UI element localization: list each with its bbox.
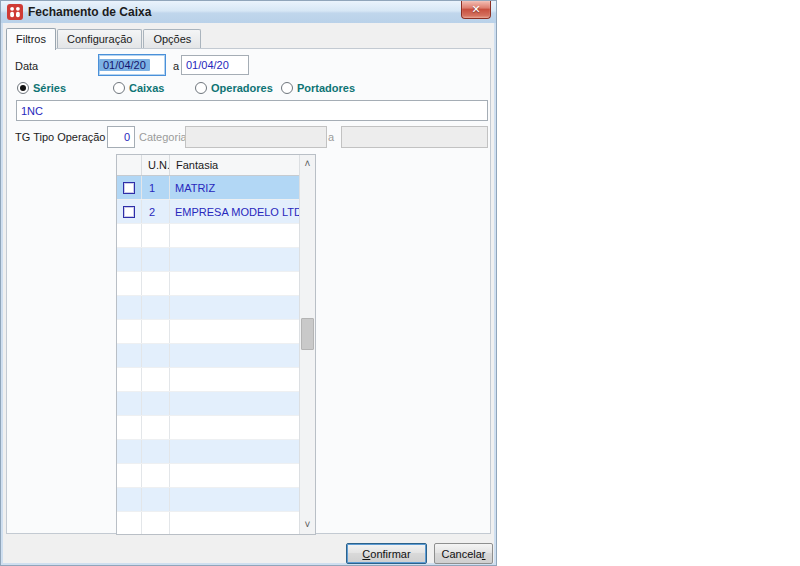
un-cell bbox=[142, 368, 170, 391]
checkbox-cell bbox=[117, 512, 142, 534]
un-cell bbox=[142, 464, 170, 487]
table-row-empty[interactable] bbox=[117, 248, 299, 272]
radio-caixas[interactable]: Caixas bbox=[113, 82, 164, 94]
checkbox-cell bbox=[117, 392, 142, 415]
fantasia-cell bbox=[170, 512, 299, 534]
categoria-range-separator: a bbox=[328, 131, 334, 143]
fantasia-cell bbox=[170, 440, 299, 463]
radio-series[interactable]: Séries bbox=[17, 82, 66, 94]
fantasia-cell bbox=[170, 272, 299, 295]
date-range-separator: a bbox=[173, 60, 179, 72]
tab-page-filtros: Data 01/04/20 a 01/04/20 SériesCaixasOpe… bbox=[6, 48, 491, 534]
un-cell bbox=[142, 440, 170, 463]
un-cell bbox=[142, 416, 170, 439]
table-row-empty[interactable] bbox=[117, 488, 299, 512]
date-from-value: 01/04/20 bbox=[99, 59, 150, 71]
date-from-input[interactable]: 01/04/20 bbox=[98, 54, 166, 76]
radio-label: Portadores bbox=[297, 82, 355, 94]
radio-icon bbox=[17, 82, 29, 94]
fantasia-cell: EMPRESA MODELO LTDA bbox=[170, 200, 299, 223]
confirmar-button[interactable]: Confirmar bbox=[346, 543, 427, 564]
fantasia-cell bbox=[170, 392, 299, 415]
titlebar[interactable]: Fechamento de Caixa ✕ bbox=[1, 1, 496, 23]
fantasia-cell bbox=[170, 416, 299, 439]
row-checkbox[interactable] bbox=[123, 206, 135, 218]
cancelar-button[interactable]: Cancelar bbox=[434, 543, 493, 564]
table-row-empty[interactable] bbox=[117, 440, 299, 464]
tab-configuracao[interactable]: Configuração bbox=[57, 29, 142, 49]
un-cell bbox=[142, 224, 170, 247]
radio-operadores[interactable]: Operadores bbox=[195, 82, 273, 94]
fantasia-cell bbox=[170, 488, 299, 511]
un-cell bbox=[142, 248, 170, 271]
un-cell bbox=[142, 272, 170, 295]
filter-type-radio-group: SériesCaixasOperadoresPortadores bbox=[7, 82, 490, 98]
table-scrollbar[interactable]: ˄ ˅ bbox=[299, 155, 315, 534]
app-icon bbox=[7, 4, 23, 20]
fantasia-cell bbox=[170, 320, 299, 343]
checkbox-cell bbox=[117, 296, 142, 319]
close-icon: ✕ bbox=[471, 4, 480, 15]
radio-label: Séries bbox=[33, 82, 66, 94]
table-row-empty[interactable] bbox=[117, 416, 299, 440]
radio-portadores[interactable]: Portadores bbox=[281, 82, 355, 94]
data-label: Data bbox=[15, 60, 38, 72]
window-title: Fechamento de Caixa bbox=[28, 1, 151, 23]
table-row-empty[interactable] bbox=[117, 272, 299, 296]
checkbox-cell bbox=[117, 464, 142, 487]
tg-tipo-operacao-input[interactable]: 0 bbox=[107, 126, 135, 148]
table-row-empty[interactable] bbox=[117, 464, 299, 488]
row-checkbox[interactable] bbox=[123, 182, 135, 194]
radio-icon bbox=[113, 82, 125, 94]
categoria-to-input bbox=[341, 126, 488, 148]
fantasia-cell bbox=[170, 248, 299, 271]
un-cell bbox=[142, 512, 170, 534]
fantasia-cell bbox=[170, 368, 299, 391]
un-cell bbox=[142, 488, 170, 511]
table-row[interactable]: 2EMPRESA MODELO LTDA bbox=[117, 200, 299, 224]
table-row-empty[interactable] bbox=[117, 368, 299, 392]
fantasia-cell bbox=[170, 344, 299, 367]
scroll-down-icon[interactable]: ˅ bbox=[300, 517, 315, 533]
checkbox-cell bbox=[117, 416, 142, 439]
radio-label: Operadores bbox=[211, 82, 273, 94]
un-cell bbox=[142, 320, 170, 343]
column-header-un: U.N. bbox=[142, 155, 170, 175]
checkbox-cell bbox=[117, 344, 142, 367]
checkbox-cell bbox=[117, 440, 142, 463]
radio-label: Caixas bbox=[129, 82, 164, 94]
un-cell bbox=[142, 296, 170, 319]
categoria-label: Categoria bbox=[139, 131, 187, 143]
table-row-empty[interactable] bbox=[117, 224, 299, 248]
tab-opcoes[interactable]: Opções bbox=[143, 29, 201, 49]
series-input[interactable]: 1NC bbox=[16, 100, 488, 121]
close-button[interactable]: ✕ bbox=[461, 1, 491, 19]
table-row-empty[interactable] bbox=[117, 344, 299, 368]
table-row-empty[interactable] bbox=[117, 320, 299, 344]
scrollbar-thumb[interactable] bbox=[301, 318, 314, 350]
un-table: U.N. Fantasia 1MATRIZ2EMPRESA MODELO LTD… bbox=[116, 154, 316, 535]
un-cell bbox=[142, 392, 170, 415]
dialog-body: FiltrosConfiguraçãoOpções Data 01/04/20 … bbox=[3, 23, 494, 563]
scroll-up-icon[interactable]: ˄ bbox=[300, 156, 315, 172]
tab-filtros[interactable]: Filtros bbox=[6, 28, 56, 50]
checkbox-cell bbox=[117, 224, 142, 247]
un-cell bbox=[142, 344, 170, 367]
table-row-empty[interactable] bbox=[117, 296, 299, 320]
tg-tipo-operacao-label: TG Tipo Operação bbox=[15, 131, 106, 143]
checkbox-cell bbox=[117, 176, 142, 199]
fantasia-cell bbox=[170, 464, 299, 487]
fantasia-cell bbox=[170, 296, 299, 319]
table-body: 1MATRIZ2EMPRESA MODELO LTDA bbox=[117, 176, 299, 534]
table-row-empty[interactable] bbox=[117, 392, 299, 416]
table-row-empty[interactable] bbox=[117, 512, 299, 534]
checkbox-cell bbox=[117, 488, 142, 511]
radio-icon bbox=[195, 82, 207, 94]
un-cell: 2 bbox=[142, 200, 170, 223]
date-to-input[interactable]: 01/04/20 bbox=[181, 55, 249, 75]
radio-icon bbox=[281, 82, 293, 94]
un-cell: 1 bbox=[142, 176, 170, 199]
table-row[interactable]: 1MATRIZ bbox=[117, 176, 299, 200]
checkbox-cell bbox=[117, 368, 142, 391]
fantasia-cell: MATRIZ bbox=[170, 176, 299, 199]
